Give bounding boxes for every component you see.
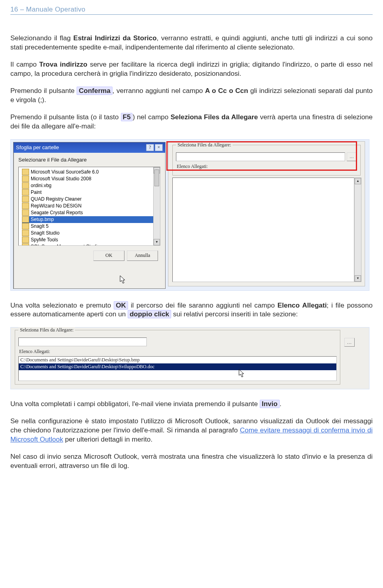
window-title: Sfoglia per cartelle — [16, 144, 59, 150]
screenshot-browse-dialog: Seleziona Files da Allegare: ... Elenco … — [10, 139, 369, 291]
list-item[interactable]: C:\Documents and Settings\DavideGarufi\D… — [19, 357, 336, 363]
page-header: 16 – Manuale Operativo — [10, 6, 373, 14]
select-files-group-2: Seleziona Files da Allegare: Elenco Alle… — [15, 330, 340, 385]
file-icon — [22, 196, 29, 202]
tree-item[interactable]: SnagIt Studio — [22, 230, 160, 237]
file-icon — [22, 223, 29, 229]
paragraph: Selezionando il flag Estrai Indirizzi da… — [10, 34, 373, 52]
cursor-icon — [119, 275, 126, 284]
dialog-prompt: Selezionare il File da Allegare — [18, 157, 160, 163]
paragraph: Il campo Trova indirizzo serve per facil… — [10, 60, 373, 79]
file-icon — [22, 203, 29, 209]
paragraph: Se nella configurazione è stato impostat… — [10, 417, 373, 444]
ok-highlight: OK — [114, 301, 128, 310]
dialog-body: Selezionare il File da Allegare Microsof… — [14, 153, 165, 265]
tree-item-label: Setup.bmp — [31, 217, 54, 222]
help-button[interactable]: ? — [146, 144, 154, 151]
callout-rectangle — [166, 141, 357, 171]
tree-item-label: Seagate Crystal Reports — [31, 210, 83, 215]
file-path-input[interactable] — [18, 337, 147, 346]
file-icon — [22, 209, 29, 216]
paragraph: Nel caso di invio senza Microsoft Outloo… — [10, 452, 373, 471]
document-page: 16 – Manuale Operativo Selezionando il f… — [0, 0, 383, 588]
tree-item-label: SQL Server Management Studio — [31, 244, 100, 246]
tree-item[interactable]: Paint — [22, 189, 160, 196]
tree-item-label: ordini.vbg — [31, 183, 51, 188]
tree-item-label: SnagIt Studio — [31, 230, 59, 236]
scroll-down-icon[interactable]: ▼ — [355, 275, 361, 282]
cursor-icon — [238, 369, 245, 378]
ok-button[interactable]: OK — [93, 251, 124, 261]
paragraph: Premendo il pulsante lista (o il tasto F… — [10, 113, 373, 131]
tree-scrollbar[interactable]: ▲ ▼ — [153, 167, 160, 245]
tree-item[interactable]: Microsoft Visual Studio 2008 — [22, 176, 160, 182]
invio-highlight: Invio — [260, 400, 280, 408]
group-legend: Seleziona Files da Allegare: — [18, 327, 75, 333]
tree-item-label: RepWizard No DESIGN — [31, 203, 81, 209]
close-button[interactable]: × — [155, 144, 163, 151]
tree-item-label: SpyMe Tools — [31, 237, 58, 243]
file-icon — [22, 189, 29, 195]
tree-item[interactable]: RepWizard No DESIGN — [22, 203, 160, 209]
scroll-thumb[interactable] — [154, 170, 159, 186]
file-icon — [22, 230, 29, 236]
tree-item[interactable]: Microsoft Visual SourceSafe 6.0 — [22, 169, 160, 176]
elenco-allegati-label: Elenco Allegati: — [19, 349, 337, 355]
tree-item[interactable]: SpyMe Tools — [22, 237, 160, 243]
tree-item-label: QUAD Registry Cleaner — [31, 196, 81, 202]
file-icon — [22, 182, 29, 189]
file-icon — [22, 216, 29, 223]
browse-button[interactable]: ... — [344, 338, 355, 347]
file-icon — [22, 243, 29, 246]
file-icon — [22, 237, 29, 243]
scroll-up-icon[interactable]: ▲ — [355, 178, 361, 184]
header-rule — [10, 14, 373, 15]
paragraph: Premendo il pulsante Conferma, verranno … — [10, 87, 373, 105]
tree-item[interactable]: ordini.vbg — [22, 182, 160, 189]
conferma-highlight: Conferma — [77, 87, 112, 95]
f5-highlight: F5 — [121, 113, 133, 121]
cancel-button[interactable]: Annulla — [127, 251, 158, 261]
titlebar[interactable]: Sfoglia per cartelle ? × — [14, 142, 165, 153]
doubleclick-highlight: doppio click — [128, 310, 171, 318]
list-item[interactable]: C:\Documents and Settings\DavideGarufi\D… — [19, 363, 336, 370]
tree-item[interactable]: SnagIt 5 — [22, 223, 160, 230]
paragraph: Una volta completati i campi obbligatori… — [10, 400, 373, 409]
scroll-down-icon[interactable]: ▼ — [154, 239, 160, 245]
file-icon — [22, 176, 29, 182]
screenshot-elenco-allegati: Seleziona Files da Allegare: Elenco Alle… — [10, 327, 369, 389]
tree-item[interactable]: SQL Server Management Studio — [22, 243, 160, 246]
folder-tree[interactable]: Microsoft Visual SourceSafe 6.0Microsoft… — [18, 167, 160, 246]
attachments-list[interactable]: C:\Documents and Settings\DavideGarufi\D… — [18, 356, 337, 381]
scrollbar[interactable]: ▲ ▼ — [354, 178, 361, 282]
tree-item[interactable]: QUAD Registry Cleaner — [22, 196, 160, 203]
tree-item-label: Paint — [31, 189, 41, 195]
tree-item[interactable]: Setup.bmp — [22, 216, 160, 223]
browse-folder-window: Sfoglia per cartelle ? × Selezionare il … — [13, 142, 166, 289]
tree-item[interactable]: Seagate Crystal Reports — [22, 209, 160, 216]
tree-item-label: Microsoft Visual Studio 2008 — [31, 176, 91, 182]
file-icon — [22, 169, 29, 175]
tree-item-label: SnagIt 5 — [31, 223, 49, 229]
tree-item-label: Microsoft Visual SourceSafe 6.0 — [31, 169, 99, 175]
attachments-list[interactable] — [172, 178, 354, 282]
paragraph: Una volta selezionato e premuto OK il pe… — [10, 301, 373, 320]
